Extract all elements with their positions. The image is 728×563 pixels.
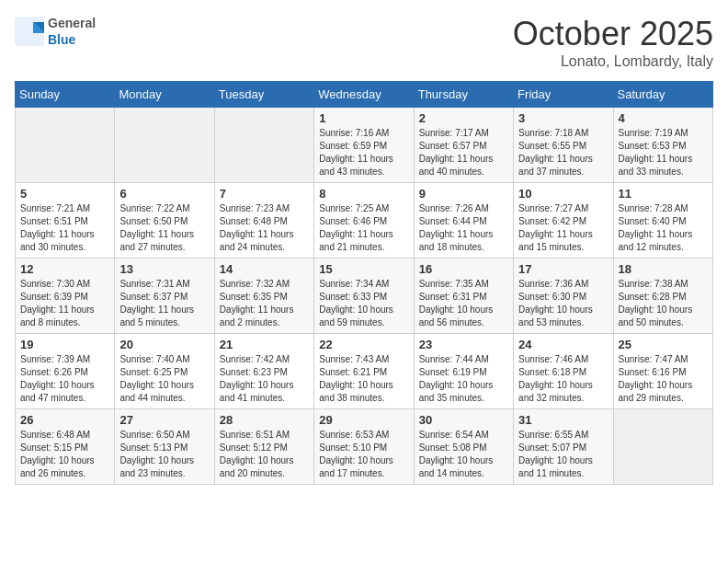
calendar-cell	[613, 409, 712, 485]
calendar-cell: 17 Sunrise: 7:36 AM Sunset: 6:30 PM Dayl…	[514, 259, 613, 334]
day-info: Sunrise: 6:54 AM Sunset: 5:08 PM Dayligh…	[419, 429, 508, 480]
day-info: Sunrise: 7:16 AM Sunset: 6:59 PM Dayligh…	[319, 127, 408, 178]
calendar-cell	[214, 108, 313, 183]
day-info: Sunrise: 7:43 AM Sunset: 6:21 PM Dayligh…	[319, 353, 408, 405]
day-number: 28	[220, 413, 309, 427]
calendar-cell: 31 Sunrise: 6:55 AM Sunset: 5:07 PM Dayl…	[514, 409, 613, 485]
day-number: 19	[20, 338, 109, 351]
page-header: General Blue October 2025 Lonato, Lombar…	[15, 15, 713, 70]
day-info: Sunrise: 7:18 AM Sunset: 6:55 PM Dayligh…	[518, 127, 608, 178]
day-info: Sunrise: 6:50 AM Sunset: 5:13 PM Dayligh…	[119, 429, 209, 480]
logo-blue: Blue	[48, 32, 75, 47]
calendar-cell: 11 Sunrise: 7:28 AM Sunset: 6:40 PM Dayl…	[613, 183, 712, 259]
day-info: Sunrise: 7:31 AM Sunset: 6:37 PM Dayligh…	[119, 278, 209, 329]
day-info: Sunrise: 7:22 AM Sunset: 6:50 PM Dayligh…	[119, 202, 209, 254]
day-info: Sunrise: 7:44 AM Sunset: 6:19 PM Dayligh…	[419, 353, 508, 405]
day-number: 9	[419, 187, 508, 201]
day-number: 18	[619, 262, 708, 276]
calendar-week-row: 19 Sunrise: 7:39 AM Sunset: 6:26 PM Dayl…	[16, 334, 713, 409]
calendar-cell: 19 Sunrise: 7:39 AM Sunset: 6:26 PM Dayl…	[16, 334, 115, 409]
calendar-cell: 9 Sunrise: 7:26 AM Sunset: 6:44 PM Dayli…	[414, 183, 513, 259]
day-info: Sunrise: 7:21 AM Sunset: 6:51 PM Dayligh…	[20, 202, 109, 254]
calendar-cell: 28 Sunrise: 6:51 AM Sunset: 5:12 PM Dayl…	[214, 409, 313, 485]
calendar-cell: 24 Sunrise: 7:46 AM Sunset: 6:18 PM Dayl…	[514, 334, 613, 409]
day-number: 6	[119, 187, 209, 201]
calendar-cell: 8 Sunrise: 7:25 AM Sunset: 6:46 PM Dayli…	[314, 183, 414, 259]
day-info: Sunrise: 7:47 AM Sunset: 6:16 PM Dayligh…	[619, 353, 708, 405]
calendar-week-row: 12 Sunrise: 7:30 AM Sunset: 6:39 PM Dayl…	[16, 259, 713, 334]
day-info: Sunrise: 7:26 AM Sunset: 6:44 PM Dayligh…	[419, 202, 508, 254]
day-info: Sunrise: 7:36 AM Sunset: 6:30 PM Dayligh…	[518, 278, 608, 329]
calendar-cell: 20 Sunrise: 7:40 AM Sunset: 6:25 PM Dayl…	[115, 334, 214, 409]
day-info: Sunrise: 7:38 AM Sunset: 6:28 PM Dayligh…	[619, 278, 708, 329]
calendar-cell: 25 Sunrise: 7:47 AM Sunset: 6:16 PM Dayl…	[613, 334, 712, 409]
calendar-cell: 30 Sunrise: 6:54 AM Sunset: 5:08 PM Dayl…	[414, 409, 513, 485]
calendar-cell: 6 Sunrise: 7:22 AM Sunset: 6:50 PM Dayli…	[115, 183, 214, 259]
calendar-cell: 14 Sunrise: 7:32 AM Sunset: 6:35 PM Dayl…	[214, 259, 313, 334]
day-number: 29	[319, 413, 408, 427]
day-number: 21	[220, 338, 309, 351]
day-number: 2	[419, 111, 508, 125]
day-info: Sunrise: 7:28 AM Sunset: 6:40 PM Dayligh…	[619, 202, 708, 254]
calendar-cell: 10 Sunrise: 7:27 AM Sunset: 6:42 PM Dayl…	[514, 183, 613, 259]
weekday-header-wednesday: Wednesday	[314, 82, 414, 108]
calendar-cell: 29 Sunrise: 6:53 AM Sunset: 5:10 PM Dayl…	[314, 409, 414, 485]
weekday-header-sunday: Sunday	[16, 82, 115, 108]
calendar-cell: 26 Sunrise: 6:48 AM Sunset: 5:15 PM Dayl…	[16, 409, 115, 485]
day-number: 13	[119, 262, 209, 276]
day-number: 11	[619, 187, 708, 201]
calendar-cell: 4 Sunrise: 7:19 AM Sunset: 6:53 PM Dayli…	[613, 108, 712, 183]
day-number: 17	[518, 262, 608, 276]
logo: General Blue	[15, 15, 96, 48]
calendar-cell: 18 Sunrise: 7:38 AM Sunset: 6:28 PM Dayl…	[613, 259, 712, 334]
calendar-cell: 5 Sunrise: 7:21 AM Sunset: 6:51 PM Dayli…	[16, 183, 115, 259]
calendar-week-row: 5 Sunrise: 7:21 AM Sunset: 6:51 PM Dayli…	[16, 183, 713, 259]
calendar-cell: 27 Sunrise: 6:50 AM Sunset: 5:13 PM Dayl…	[115, 409, 214, 485]
calendar-cell: 22 Sunrise: 7:43 AM Sunset: 6:21 PM Dayl…	[314, 334, 414, 409]
calendar-cell: 13 Sunrise: 7:31 AM Sunset: 6:37 PM Dayl…	[115, 259, 214, 334]
calendar-cell: 16 Sunrise: 7:35 AM Sunset: 6:31 PM Dayl…	[414, 259, 513, 334]
weekday-header-monday: Monday	[115, 82, 214, 108]
weekday-header-saturday: Saturday	[613, 82, 712, 108]
calendar-table: SundayMondayTuesdayWednesdayThursdayFrid…	[15, 81, 713, 485]
day-info: Sunrise: 7:23 AM Sunset: 6:48 PM Dayligh…	[220, 202, 309, 254]
day-number: 16	[419, 262, 508, 276]
day-info: Sunrise: 7:32 AM Sunset: 6:35 PM Dayligh…	[220, 278, 309, 329]
calendar-cell	[16, 108, 115, 183]
day-info: Sunrise: 7:46 AM Sunset: 6:18 PM Dayligh…	[518, 353, 608, 405]
day-info: Sunrise: 7:27 AM Sunset: 6:42 PM Dayligh…	[518, 202, 608, 254]
day-number: 31	[518, 413, 608, 427]
calendar-week-row: 26 Sunrise: 6:48 AM Sunset: 5:15 PM Dayl…	[16, 409, 713, 485]
day-info: Sunrise: 7:35 AM Sunset: 6:31 PM Dayligh…	[419, 278, 508, 329]
calendar-cell: 12 Sunrise: 7:30 AM Sunset: 6:39 PM Dayl…	[16, 259, 115, 334]
calendar-week-row: 1 Sunrise: 7:16 AM Sunset: 6:59 PM Dayli…	[16, 108, 713, 183]
day-number: 27	[119, 413, 209, 427]
day-number: 24	[518, 338, 608, 351]
day-number: 7	[220, 187, 309, 201]
day-number: 20	[119, 338, 209, 351]
calendar-cell: 7 Sunrise: 7:23 AM Sunset: 6:48 PM Dayli…	[214, 183, 313, 259]
day-info: Sunrise: 7:42 AM Sunset: 6:23 PM Dayligh…	[220, 353, 309, 405]
calendar-cell	[115, 108, 214, 183]
day-number: 23	[419, 338, 508, 351]
calendar-cell: 2 Sunrise: 7:17 AM Sunset: 6:57 PM Dayli…	[414, 108, 513, 183]
day-info: Sunrise: 7:19 AM Sunset: 6:53 PM Dayligh…	[619, 127, 708, 178]
day-number: 3	[518, 111, 608, 125]
day-number: 1	[319, 111, 408, 125]
day-info: Sunrise: 7:40 AM Sunset: 6:25 PM Dayligh…	[119, 353, 209, 405]
day-info: Sunrise: 7:39 AM Sunset: 6:26 PM Dayligh…	[20, 353, 109, 405]
weekday-header-tuesday: Tuesday	[214, 82, 313, 108]
day-number: 25	[619, 338, 708, 351]
calendar-cell: 3 Sunrise: 7:18 AM Sunset: 6:55 PM Dayli…	[514, 108, 613, 183]
day-number: 12	[20, 262, 109, 276]
title-block: October 2025 Lonato, Lombardy, Italy	[513, 15, 713, 70]
day-info: Sunrise: 6:48 AM Sunset: 5:15 PM Dayligh…	[20, 429, 109, 480]
weekday-header-thursday: Thursday	[414, 82, 513, 108]
weekday-header-friday: Friday	[514, 82, 613, 108]
day-number: 8	[319, 187, 408, 201]
day-info: Sunrise: 7:17 AM Sunset: 6:57 PM Dayligh…	[419, 127, 508, 178]
day-number: 5	[20, 187, 109, 201]
day-number: 15	[319, 262, 408, 276]
day-info: Sunrise: 7:34 AM Sunset: 6:33 PM Dayligh…	[319, 278, 408, 329]
day-info: Sunrise: 6:51 AM Sunset: 5:12 PM Dayligh…	[220, 429, 309, 480]
